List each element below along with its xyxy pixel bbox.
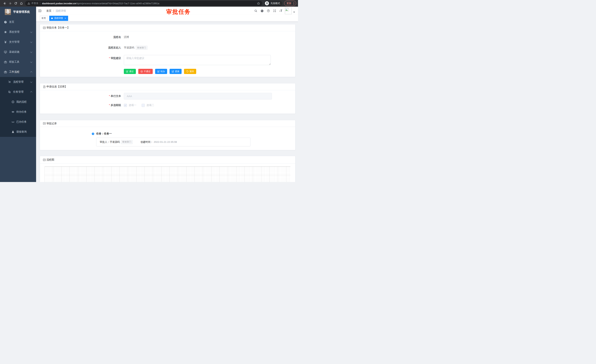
picture-icon [43, 122, 46, 125]
required-asterisk: * [109, 57, 110, 59]
initiator-row: 流程发起人 芋道源码 研发部门 [40, 46, 295, 50]
app-header: 首页 / 流程详情 审批任务 TT [36, 7, 298, 15]
approval-card-body: 流程名 滔博 流程发起人 芋道源码 研发部门 *审批建议 [40, 31, 295, 77]
sidebar-item-task-mgmt[interactable]: 任务管理 [0, 87, 36, 97]
url-text: dashboard.yudao.iocoder.cn/bpm/process-i… [42, 2, 255, 5]
security-label: 不安全 [31, 2, 38, 5]
browser-update-button[interactable]: 更新 [284, 1, 296, 6]
record-card-title: 审批记录 [46, 122, 57, 125]
monitor-check-icon [4, 51, 7, 54]
assignee-label: 审批人： [100, 140, 110, 144]
initiator-label: 流程发起人 [40, 46, 121, 49]
picture-icon [43, 159, 46, 161]
opinion-label: *审批建议 [40, 57, 121, 60]
required-asterisk: * [109, 104, 110, 107]
tab-process-detail[interactable]: 流程详情 × [49, 16, 68, 21]
picture-icon [43, 26, 46, 29]
search-icon[interactable] [254, 9, 257, 13]
sidebar-item-payment[interactable]: 支付管理 [0, 37, 36, 47]
breadcrumb-current: 流程详情 [56, 9, 66, 13]
sidebar-item-infrastructure[interactable]: 基础设施 [0, 47, 36, 57]
dept-tag: 研发部门 [121, 140, 133, 144]
avatar[interactable] [285, 7, 292, 14]
sidebar-item-leave-query[interactable]: 请假查询 [0, 127, 36, 137]
browser-menu-icon[interactable] [293, 2, 295, 5]
sidebar-collapse-icon[interactable] [36, 7, 43, 15]
header-actions: TT [251, 7, 295, 15]
sidebar-menu: 首页 系统管理 支付管理 基础设施 [0, 17, 36, 137]
update-label: 更新 [287, 2, 291, 5]
sidebar-item-devtools[interactable]: 研发工具 [0, 57, 36, 67]
checkbox-option2-label: 选项二 [146, 104, 154, 107]
briefcase-icon [4, 71, 7, 74]
required-asterisk: * [109, 95, 110, 97]
face-icon [11, 101, 15, 103]
process-name-label: 流程名 [40, 36, 121, 39]
sidebar-item-home[interactable]: 首页 [0, 17, 36, 27]
record-detail-box: 审批人： 芋道源码 研发部门 创建时间： 2022-01-21 22:35:08 [96, 138, 250, 146]
back-icon[interactable] [2, 0, 7, 6]
address-bar[interactable]: 不安全 dashboard.yudao.iocoder.cn/bpm/proce… [25, 1, 262, 6]
reject-button[interactable]: 不通过 [138, 69, 153, 74]
breadcrumb-home[interactable]: 首页 [46, 9, 52, 13]
initiator-value: 芋道源码 研发部门 [124, 46, 148, 50]
sidebar-item-workflow[interactable]: 工作流程 [0, 67, 36, 77]
process-name-row: 流程名 滔博 [40, 36, 295, 39]
opinion-textarea[interactable] [124, 55, 271, 65]
font-size-icon[interactable]: TT [279, 9, 282, 12]
checkbox-group: 选项一 选项二 [124, 104, 159, 107]
forward-icon[interactable] [7, 0, 13, 6]
bookmark-star-icon[interactable] [257, 2, 260, 5]
breadcrumb: 首页 / 流程详情 [46, 9, 66, 13]
avatar-caret-icon[interactable] [293, 12, 295, 13]
github-icon[interactable] [261, 9, 264, 13]
tags-view-bar: 首页 流程详情 × [36, 15, 298, 22]
created-time-label: 创建时间： [141, 140, 153, 144]
user-icon [11, 130, 15, 133]
help-icon[interactable] [267, 9, 270, 13]
delegate-button[interactable]: 委派 [170, 69, 182, 74]
sidebar-item-todo-tasks[interactable]: 待办任务 [0, 107, 36, 117]
opinion-row: *审批建议 [40, 55, 295, 65]
home-icon[interactable] [19, 0, 24, 6]
yen-icon [4, 41, 7, 44]
chevron-up-icon [30, 71, 32, 73]
sidebar-item-process-mgmt[interactable]: 流程管理 [0, 77, 36, 87]
bpmn-canvas[interactable] [45, 167, 291, 182]
reload-icon[interactable] [13, 0, 19, 6]
chevron-down-icon [30, 61, 32, 63]
annotation-title: 审批任务 [166, 8, 191, 16]
sidebar-item-done-tasks[interactable]: 已办任务 [0, 117, 36, 127]
edit-icon [157, 70, 160, 73]
diagram-card-header: 流程图 [40, 156, 295, 164]
record-task-label: 任务：任务一 [96, 132, 112, 135]
checkbox-option2 [142, 104, 145, 107]
approval-card-title: 审批任务【任务一】 [46, 26, 70, 29]
circle-close-icon [141, 70, 143, 73]
checkbox-group-label: *多选框组 [40, 104, 121, 107]
app-logo-row[interactable]: 芋道管理系统 [0, 7, 36, 17]
sidebar: 芋道管理系统 首页 系统管理 支付管理 [0, 7, 36, 182]
close-icon[interactable]: × [65, 17, 66, 19]
return-button[interactable]: 退回 [184, 69, 196, 74]
approve-button[interactable]: 通过 [124, 69, 136, 74]
tab-home[interactable]: 首页 [40, 16, 48, 21]
edit-icon [126, 70, 128, 73]
app-frame: 芋道管理系统 首页 系统管理 支付管理 [0, 7, 298, 182]
incognito-badge: 无痕模式 [264, 1, 282, 6]
diagram-card-title: 流程图 [46, 158, 54, 161]
flow-branch-icon [8, 90, 11, 93]
application-info-card: 申请信息【滔博】 *单行文本 *多选框组 选项一 选项二 [40, 83, 295, 114]
sidebar-item-my-process[interactable]: 我的流程 [0, 97, 36, 107]
sidebar-item-system[interactable]: 系统管理 [0, 27, 36, 37]
text-field-label: *单行文本 [40, 95, 121, 98]
app-logo [5, 9, 11, 15]
application-card-header: 申请信息【滔博】 [40, 83, 295, 90]
approval-card-header: 审批任务【任务一】 [40, 24, 295, 31]
diagram-card-body [40, 167, 295, 182]
fullscreen-icon[interactable] [273, 9, 276, 13]
checkbox-group-row: *多选框组 选项一 选项二 [40, 104, 295, 107]
toolbox-icon [4, 60, 7, 64]
chevron-down-icon [30, 81, 32, 83]
transfer-button[interactable]: 转办 [155, 69, 167, 74]
